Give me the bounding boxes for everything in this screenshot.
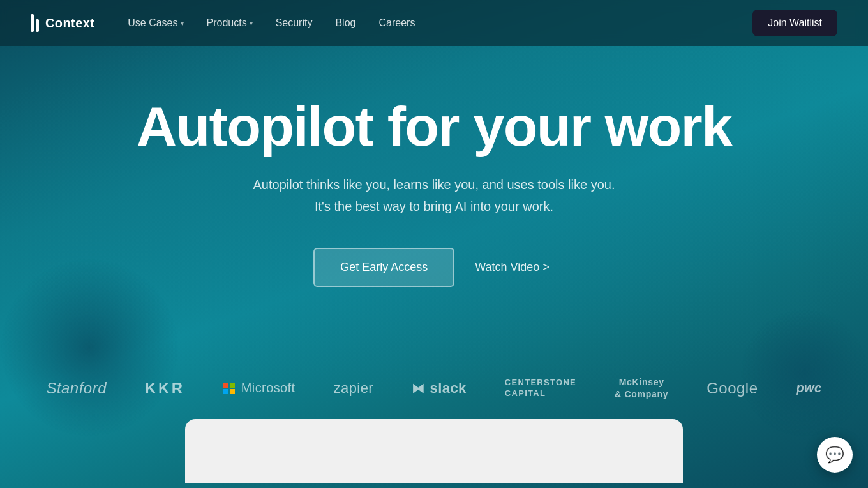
- logo-mckinsey: McKinsey & Company: [615, 376, 668, 399]
- preview-section: [0, 419, 868, 483]
- microsoft-grid-icon: [223, 383, 235, 394]
- hero-title: Autopilot for your work: [137, 97, 731, 156]
- nav-links: Use Cases ▾ Products ▾ Security Blog Car…: [117, 12, 425, 34]
- hero-subtitle: Autopilot thinks like you, learns like y…: [253, 174, 615, 217]
- nav-blog[interactable]: Blog: [325, 12, 366, 34]
- nav-careers[interactable]: Careers: [368, 12, 425, 34]
- logo-centerstone: CENTERSTONE CAPITAL: [505, 377, 576, 399]
- nav-security[interactable]: Security: [266, 12, 323, 34]
- watch-video-button[interactable]: Watch Video >: [470, 249, 555, 286]
- logo-zapier: zapier: [334, 380, 374, 397]
- chevron-down-icon: ▾: [181, 20, 184, 27]
- logo-google: Google: [707, 379, 758, 397]
- slack-hash-icon: ⧓: [412, 381, 424, 396]
- logo-text: Context: [45, 16, 94, 31]
- chat-button[interactable]: 💬: [817, 437, 853, 473]
- join-waitlist-button[interactable]: Join Waitlist: [752, 10, 837, 36]
- logo-bar-2: [36, 19, 39, 32]
- logos-strip: Stanford KKR Microsoft zapier ⧓ slack CE…: [0, 376, 868, 418]
- hero-section: Autopilot for your work Autopilot thinks…: [0, 46, 868, 376]
- logo-kkr: KKR: [145, 379, 185, 397]
- logos-inner: Stanford KKR Microsoft zapier ⧓ slack CE…: [0, 376, 868, 399]
- nav-left: Context Use Cases ▾ Products ▾ Security …: [31, 12, 425, 34]
- logo[interactable]: Context: [31, 14, 94, 32]
- chat-icon: 💬: [825, 446, 844, 464]
- navbar: Context Use Cases ▾ Products ▾ Security …: [0, 0, 868, 46]
- chevron-down-icon: ▾: [250, 20, 253, 27]
- logo-stanford: Stanford: [46, 379, 107, 397]
- logo-icon: [31, 14, 39, 32]
- get-early-access-button[interactable]: Get Early Access: [313, 248, 454, 287]
- logo-microsoft: Microsoft: [223, 381, 296, 395]
- logo-slack: ⧓ slack: [412, 380, 467, 397]
- preview-card: [185, 419, 683, 483]
- nav-use-cases[interactable]: Use Cases ▾: [117, 12, 193, 34]
- cta-group: Get Early Access Watch Video >: [313, 248, 555, 287]
- logo-pwc: pwc: [796, 381, 821, 395]
- nav-products[interactable]: Products ▾: [197, 12, 263, 34]
- logo-bar-1: [31, 14, 34, 32]
